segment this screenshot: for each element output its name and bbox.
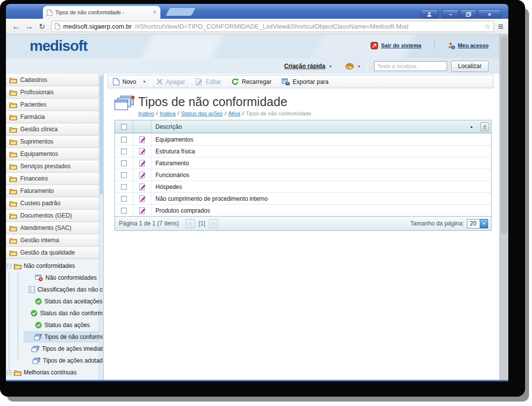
new-caret-icon[interactable]: ▼	[143, 80, 146, 83]
breadcrumb-link[interactable]: Status das ações	[181, 111, 223, 116]
table-row[interactable]: Faturamento	[115, 157, 491, 169]
minimize-button[interactable]: –	[442, 9, 459, 19]
row-checkbox[interactable]	[121, 160, 127, 166]
sidebar-group-farmacia[interactable]: Farmácia	[6, 111, 103, 123]
row-edit-icon[interactable]	[139, 195, 146, 202]
breadcrumb-link[interactable]: Inativa	[159, 111, 175, 116]
page-title: Tipos de não conformidade	[138, 95, 287, 109]
sidebar-group-pacientes[interactable]: Pacientes	[6, 99, 103, 111]
delete-button[interactable]: Apagar	[152, 75, 190, 88]
sidebar-group-equipamentos[interactable]: Equipamentos	[6, 148, 103, 160]
table-row[interactable]: Produtos comprados	[115, 204, 491, 216]
sidebar-group-suprimentos[interactable]: Suprimentos	[6, 136, 103, 148]
tree-item-nao-conformidades[interactable]: Não conformidades	[6, 272, 103, 284]
table-row[interactable]: Funcionários	[115, 169, 491, 181]
row-checkbox[interactable]	[121, 148, 127, 154]
sidebar-group-faturamento[interactable]: Faturamento	[6, 185, 103, 197]
reload-button[interactable]: ↻	[36, 22, 48, 31]
sidebar-group-financeiro[interactable]: Financeiro	[6, 173, 103, 185]
row-checkbox[interactable]	[121, 137, 127, 143]
quick-create-link[interactable]: Criação rápida	[284, 63, 325, 70]
pager-next-button[interactable]: ›	[209, 219, 218, 228]
tree-item-status-aceitacoes[interactable]: Status das aceitações	[6, 295, 103, 307]
expand-expander-icon[interactable]: +	[7, 370, 11, 375]
search-input[interactable]	[374, 61, 447, 71]
theme-caret-icon[interactable]: ▼	[357, 65, 361, 68]
bookmark-star-icon[interactable]: ☆	[484, 22, 490, 31]
row-description: Faturamento	[152, 160, 491, 167]
tree-item-status-nao-conformidades[interactable]: Status das não conform	[6, 307, 103, 319]
breadcrumb-link[interactable]: Inativo	[138, 111, 154, 116]
export-button[interactable]: Exportar para	[277, 75, 334, 88]
quick-create-caret-icon[interactable]: ▼	[329, 65, 332, 68]
row-edit-icon[interactable]	[139, 136, 146, 143]
tree-root-melhorias[interactable]: + Melhorias contínuas	[6, 367, 103, 378]
sidebar-group-cadastros[interactable]: Cadastros	[6, 74, 103, 86]
tree-item-tipos-nao-conformidade[interactable]: Tipos de não conformi	[6, 331, 103, 343]
row-description: Hóspedes	[152, 184, 491, 190]
new-tab-button[interactable]	[166, 8, 196, 16]
tree-root-nao-conformidades[interactable]: − Não conformidades	[6, 260, 103, 272]
table-row[interactable]: Equipamentos	[115, 133, 491, 145]
table-row[interactable]: Hóspedes	[115, 181, 491, 192]
profile-icon	[426, 11, 432, 17]
row-edit-icon[interactable]	[139, 148, 146, 155]
table-row[interactable]: Não cumprimento de procedimento interno	[115, 192, 491, 204]
restore-icon	[466, 12, 471, 17]
my-access-link[interactable]: Meu acesso	[448, 42, 489, 49]
pager-current-page[interactable]: [1]	[198, 220, 205, 227]
sidebar-group-custeio[interactable]: Custeio padrão	[6, 197, 103, 210]
sidebar-group-servicos[interactable]: Serviços prestados	[6, 160, 103, 173]
row-checkbox[interactable]	[121, 208, 127, 214]
row-description: Produtos comprados	[152, 207, 491, 214]
sidebar-group-gestao-clinica[interactable]: Gestão clínica	[6, 123, 103, 136]
tree-item-tipos-acoes-adotadas[interactable]: Tipos de ações adotad	[6, 355, 103, 367]
tree-item-classificacoes[interactable]: Classificações das não c	[6, 284, 103, 295]
column-menu-button[interactable]	[480, 122, 489, 131]
pager-prev-button[interactable]: ‹	[186, 219, 195, 228]
close-button[interactable]: ×	[478, 9, 501, 19]
page-size-select[interactable]: 20 ▼	[467, 219, 488, 228]
reload-button[interactable]: Recarregar	[227, 75, 276, 88]
user-icon	[448, 42, 455, 49]
sidebar-group-gestao-qualidade[interactable]: Gestão da qualidade	[6, 247, 103, 259]
row-edit-icon[interactable]	[139, 184, 146, 190]
row-edit-icon[interactable]	[139, 160, 146, 167]
tab-close-icon[interactable]: ×	[153, 9, 156, 16]
back-button[interactable]: ←	[10, 22, 23, 32]
profile-button[interactable]	[420, 9, 438, 19]
breadcrumb-link[interactable]: Ativa	[228, 111, 240, 116]
row-checkbox[interactable]	[121, 172, 127, 178]
browser-tab[interactable]: Tipos de não conformidade - ×	[43, 6, 160, 19]
address-bar[interactable]: medisoft.sigaerp.com.br /#ShortcutViewID…	[51, 21, 494, 32]
search-button[interactable]: Localizar	[451, 61, 489, 72]
sort-asc-icon[interactable]: ▲	[470, 125, 473, 128]
page-size-dropdown-icon[interactable]: ▼	[480, 219, 488, 228]
sidebar-group-atendimento[interactable]: Atendimento (SAC)	[6, 222, 103, 234]
select-all-checkbox[interactable]	[121, 124, 127, 130]
row-checkbox[interactable]	[121, 196, 127, 202]
collapse-expander-icon[interactable]: −	[7, 264, 11, 268]
tree-item-tipos-acoes-imediatas[interactable]: Tipos de ações imediat	[6, 343, 103, 355]
forward-button[interactable]: →	[23, 22, 36, 32]
palette-icon[interactable]	[345, 63, 354, 70]
row-checkbox[interactable]	[121, 184, 127, 190]
sidebar-group-documentos[interactable]: Documentos (GED)	[6, 210, 103, 222]
tree-item-status-acoes[interactable]: Status das ações	[6, 319, 103, 331]
new-button[interactable]: Novo ▼	[108, 75, 151, 88]
page-scrollbar-thumb[interactable]	[501, 37, 507, 234]
sidebar-group-gestao-interna[interactable]: Gestão interna	[6, 234, 103, 247]
column-header-descricao[interactable]: Descrição	[152, 123, 491, 130]
edit-button[interactable]: Editar	[190, 75, 226, 88]
sidebar-scrollbar-thumb[interactable]	[100, 76, 103, 194]
tree-item-label: Status das aceitações	[44, 298, 102, 305]
logout-link[interactable]: Sair do sistema	[371, 42, 421, 49]
browser-menu-icon[interactable]: ≡	[498, 21, 503, 32]
table-row[interactable]: Estrutura física	[115, 145, 491, 157]
page-scrollbar[interactable]	[499, 35, 508, 380]
row-edit-icon[interactable]	[139, 172, 146, 179]
row-edit-icon[interactable]	[139, 207, 146, 214]
refresh-icon	[231, 78, 239, 85]
sidebar-group-profissionais[interactable]: Profissionais	[6, 86, 103, 99]
restore-button[interactable]	[460, 9, 477, 19]
